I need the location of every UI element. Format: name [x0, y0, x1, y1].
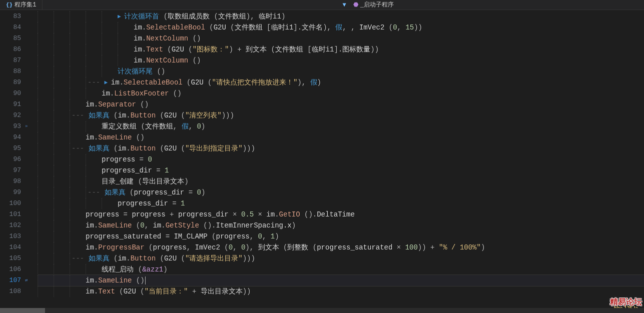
token-punc: ].: [293, 22, 302, 33]
line-number: 99: [0, 187, 21, 198]
code-line[interactable]: 重定义数组 (文件数组, 假, 0): [38, 121, 644, 132]
token-punc: (: [184, 44, 193, 55]
token-mth: Button: [131, 253, 156, 264]
code-line[interactable]: im.ProgressBar (progress, ImVec2 (0, 0),…: [38, 242, 644, 253]
token-punc: =: [168, 198, 181, 209]
code-line[interactable]: im.SelectableBool (G2U (文件数组 [临时i1].文件名)…: [38, 22, 644, 33]
token-txt: progress_dir: [118, 198, 168, 209]
token-txt: im: [86, 132, 94, 143]
code-line[interactable]: im.SameLine (): [38, 275, 644, 286]
fold-marker[interactable]: [25, 44, 38, 55]
token-mth: Button: [131, 143, 156, 154]
horizontal-scrollbar[interactable]: [0, 308, 644, 313]
fold-marker[interactable]: [25, 253, 38, 264]
fold-marker[interactable]: [25, 77, 38, 88]
fold-marker[interactable]: [25, 99, 38, 110]
code-line[interactable]: im.SameLine (): [38, 132, 644, 143]
fold-marker[interactable]: [25, 110, 38, 121]
token-punc: (: [137, 121, 145, 132]
tab-startup-proc[interactable]: ▼ ⬣ _启动子程序: [337, 0, 644, 10]
fold-marker[interactable]: [25, 22, 38, 33]
fold-marker[interactable]: [25, 33, 38, 44]
code-line[interactable]: progress = 0: [38, 154, 644, 165]
token-punc: (: [308, 242, 317, 253]
fold-marker[interactable]: [25, 231, 38, 242]
code-line[interactable]: progress_dir = 1: [38, 198, 644, 209]
token-punc: ().: [199, 220, 216, 231]
code-line[interactable]: 线程_启动 (&azz1): [38, 264, 644, 275]
fold-column[interactable]: »⇄: [25, 10, 38, 313]
code-line[interactable]: --- 如果真 (im.Button (G2U ("导出到指定目录"))): [38, 143, 644, 154]
token-punc: ): [292, 220, 296, 231]
token-txt: 临时i1: [271, 22, 294, 33]
fold-marker[interactable]: [25, 187, 38, 198]
line-number: 88: [0, 66, 21, 77]
token-punc: )): [414, 22, 422, 33]
code-line[interactable]: 计次循环尾 (): [38, 66, 644, 77]
tab-program-set[interactable]: {} 程序集1: [0, 0, 43, 10]
code-line[interactable]: im.Separator (): [38, 99, 644, 110]
token-txt: im: [118, 143, 126, 154]
tab-label: _启动子程序: [360, 0, 394, 9]
code-line[interactable]: progress_dir = 1: [38, 165, 644, 176]
fold-marker[interactable]: [25, 176, 38, 187]
code-line[interactable]: im.SameLine (0, im.GetStyle ().ItemInner…: [38, 220, 644, 231]
code-line[interactable]: im.ListBoxFooter (): [38, 88, 644, 99]
fold-marker[interactable]: [25, 286, 38, 297]
token-kw: 如果真: [89, 143, 110, 154]
token-kw: 假: [182, 121, 189, 132]
fold-marker[interactable]: [25, 220, 38, 231]
code-line[interactable]: --- ▶ im.SelectableBool (G2U ("请快点把文件拖放进…: [38, 77, 644, 88]
fold-marker[interactable]: »: [25, 121, 38, 132]
code-line[interactable]: --- 如果真 (im.Button (G2U ("清空列表"))): [38, 110, 644, 121]
fold-marker[interactable]: ⇄: [25, 275, 38, 286]
fold-marker[interactable]: [25, 66, 38, 77]
token-punc: (: [163, 44, 172, 55]
code-line[interactable]: im.Text (G2U ("当前目录：" + 导出目录文本)): [38, 286, 644, 297]
token-punc: =: [152, 165, 165, 176]
fold-marker[interactable]: [25, 55, 38, 66]
line-number: 96: [0, 154, 21, 165]
token-punc: (: [110, 143, 118, 154]
code-line[interactable]: progress_saturated = IM_CLAMP (progress,…: [38, 231, 644, 242]
token-txt: 文件数组: [218, 11, 246, 22]
line-number-gutter[interactable]: 8384858687888990919293949596979899100101…: [0, 10, 25, 313]
text-cursor: [145, 276, 146, 284]
code-line[interactable]: progress = progress + progress_dir × 0.5…: [38, 209, 644, 220]
token-punc: (: [384, 22, 393, 33]
token-yel: "图标数：": [193, 44, 229, 55]
token-yel: "当前目录：": [145, 286, 188, 297]
code-text-area[interactable]: ▶ 计次循环首 (取数组成员数 (文件数组), 临时i1)im.Selectab…: [38, 10, 644, 313]
fold-marker[interactable]: [25, 132, 38, 143]
token-mth: Text: [146, 44, 163, 55]
code-line[interactable]: 目录_创建 (导出目录文本): [38, 176, 644, 187]
code-line[interactable]: --- 如果真 (progress_dir = 0): [38, 187, 644, 198]
token-txt: progress_dir: [134, 187, 184, 198]
line-number: 92: [0, 110, 21, 121]
fold-marker[interactable]: [25, 11, 38, 22]
fold-marker[interactable]: [25, 209, 38, 220]
line-number: 100: [0, 198, 21, 209]
line-number: 102: [0, 220, 21, 231]
token-mth: NextColumn: [146, 33, 188, 44]
fold-marker[interactable]: [25, 242, 38, 253]
fold-marker[interactable]: [25, 264, 38, 275]
fold-marker[interactable]: [25, 165, 38, 176]
fold-marker[interactable]: [25, 198, 38, 209]
token-punc: .: [120, 77, 124, 88]
token-punc: (: [267, 44, 275, 55]
code-line[interactable]: ▶ 计次循环首 (取数组成员数 (文件数组), 临时i1): [38, 11, 644, 22]
code-line[interactable]: im.Text (G2U ("图标数：") + 到文本 (文件数组 [临时i1]…: [38, 44, 644, 55]
fold-marker[interactable]: [25, 154, 38, 165]
line-number: 84: [0, 22, 21, 33]
token-punc: (: [205, 22, 214, 33]
token-num: 15: [405, 22, 414, 33]
token-punc: ): [184, 176, 188, 187]
fold-marker[interactable]: [25, 143, 38, 154]
token-punc: ×: [392, 242, 405, 253]
code-line[interactable]: im.NextColumn (): [38, 33, 644, 44]
scrollbar-thumb[interactable]: [0, 308, 45, 313]
code-line[interactable]: im.NextColumn (): [38, 55, 644, 66]
fold-marker[interactable]: [25, 88, 38, 99]
code-line[interactable]: --- 如果真 (im.Button (G2U ("请选择导出目录"))): [38, 253, 644, 264]
